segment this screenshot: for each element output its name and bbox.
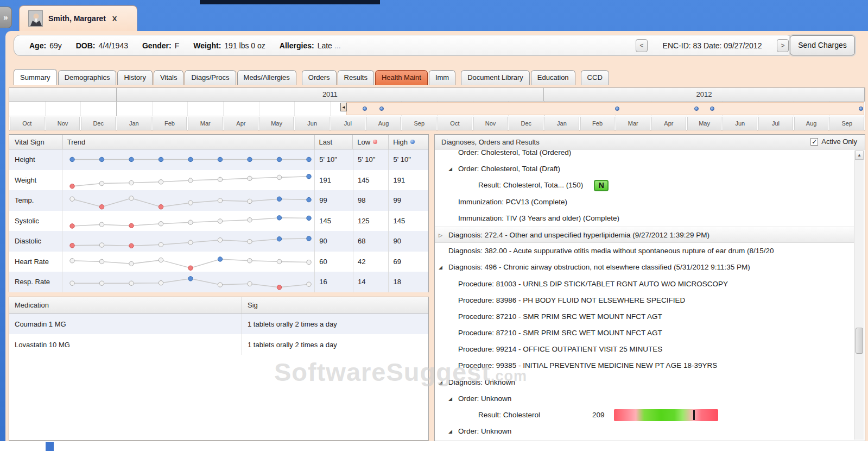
medication-row-lovastatin-10-mg[interactable]: Lovastatin 10 MG1 tablets orally 2 times… [9, 334, 428, 355]
timeline-month-8-jun[interactable]: Jun [295, 117, 330, 130]
dor-item-7[interactable]: ◢Diagnosis: 496 - Chronic airway obstruc… [435, 259, 854, 275]
age-label: Age: [29, 41, 46, 50]
dor-item-text: Immunization: TIV (3 Years and older) (C… [458, 214, 619, 222]
timeline-month-2-dec[interactable]: Dec [81, 117, 116, 130]
close-tab-icon[interactable]: X [112, 15, 117, 23]
timeline-month-21-jul[interactable]: Jul [758, 117, 793, 130]
timeline-encounter-dot[interactable] [710, 107, 714, 111]
vital-row-resp-rate[interactable]: Resp. Rate161418 [9, 272, 428, 292]
tab-meds-allergies[interactable]: Meds/Allergies [237, 70, 296, 85]
timeline-gridline [187, 102, 188, 116]
dor-item-0[interactable]: Order: Cholesterol, Total (Ordered) [435, 149, 854, 161]
timeline-month-22-aug[interactable]: Aug [794, 117, 829, 130]
timeline-month-14-dec[interactable]: Dec [509, 117, 543, 130]
dor-item-9[interactable]: Procedure: 83986 - PH BODY FLUID NOT ELS… [435, 292, 854, 309]
dor-item-10[interactable]: Procedure: 87210 - SMR PRIM SRC WET MOUN… [435, 309, 854, 325]
tab-summary[interactable]: Summary [14, 69, 57, 85]
timeline-month-10-aug[interactable]: Aug [366, 117, 401, 130]
dor-item-8[interactable]: Procedure: 81003 - URNLS DIP STICK/TABLE… [435, 276, 854, 292]
tab-health-maint[interactable]: Health Maint [375, 70, 428, 85]
dor-item-11[interactable]: Procedure: 87210 - SMR PRIM SRC WET MOUN… [435, 325, 854, 341]
timeline-month-6-apr[interactable]: Apr [224, 117, 258, 130]
active-only-checkbox[interactable]: ✓ [810, 138, 818, 146]
vital-last-value: 5' 10" [315, 149, 353, 170]
dor-item-16[interactable]: Result: Cholesterol209 [435, 407, 854, 423]
timeline-encounter-dot[interactable] [615, 107, 619, 111]
dor-item-6[interactable]: Diagnosis: 382.00 - Acute suppurative ot… [435, 243, 854, 259]
dor-item-17[interactable]: ◢Order: Unknown [435, 423, 854, 440]
timeline-month-4-feb[interactable]: Feb [153, 117, 187, 130]
timeline-encounter-dot[interactable] [859, 107, 863, 111]
dor-item-4[interactable]: Immunization: TIV (3 Years and older) (C… [435, 210, 854, 227]
timeline-month-13-nov[interactable]: Nov [473, 117, 508, 130]
tab-document-library[interactable]: Document Library [461, 70, 530, 85]
timeline-track[interactable]: ◄ [9, 102, 865, 116]
dor-title: Diagnoses, Orders and Results [441, 138, 540, 146]
tab-results[interactable]: Results [338, 70, 374, 85]
scrollbar-up-icon[interactable]: ▲ [855, 151, 864, 160]
timeline-month-18-apr[interactable]: Apr [651, 117, 686, 130]
timeline-encounter-dot[interactable] [363, 107, 367, 111]
age-value: 69y [49, 41, 62, 50]
tab-demographics[interactable]: Demographics [58, 70, 117, 85]
dor-item-12[interactable]: Procedure: 99214 - OFFICE OUTPATIENT VIS… [435, 341, 854, 358]
vital-row-weight[interactable]: Weight191145191 [9, 170, 428, 191]
timeline-selection-handle-icon[interactable]: ◄ [340, 103, 347, 111]
tab-vitals[interactable]: Vitals [154, 70, 184, 85]
expand-icon[interactable]: ▷ [439, 227, 442, 243]
vital-row-temp[interactable]: Temp.999899 [9, 190, 428, 211]
timeline-month-23-sep[interactable]: Sep [829, 117, 864, 130]
timeline-month-17-mar[interactable]: Mar [616, 117, 650, 130]
collapse-icon[interactable]: ◢ [439, 259, 442, 275]
medication-row-coumadin-1-mg[interactable]: Coumadin 1 MG1 tablets orally 2 times a … [9, 314, 428, 334]
vital-row-height[interactable]: Height5' 10"5' 10"5' 10" [9, 149, 428, 170]
collapse-icon[interactable]: ◢ [448, 161, 452, 177]
timeline-selection-range[interactable] [346, 102, 864, 115]
result-normal-badge: N [594, 180, 609, 191]
patient-tab[interactable]: Smith, Margaret X [19, 5, 137, 31]
tab-imm[interactable]: Imm [429, 70, 455, 85]
scrollbar-thumb[interactable] [856, 328, 863, 354]
timeline-month-11-sep[interactable]: Sep [402, 117, 436, 130]
watermark-text: SoftwareSuggest [274, 358, 491, 386]
vital-row-diastolic[interactable]: Diastolic906890 [9, 231, 428, 252]
dor-item-2[interactable]: Result: Cholesterol, Tota... (150)N [435, 177, 854, 193]
active-only-filter[interactable]: ✓ Active Only [810, 137, 857, 146]
collapse-icon[interactable]: ◢ [448, 391, 452, 407]
weight-value: 191 lbs 0 oz [224, 41, 265, 50]
vital-row-heart-rate[interactable]: Heart Rate604269 [9, 252, 428, 272]
allergies-more-link[interactable]: ... [334, 41, 341, 50]
dor-scrollbar[interactable]: ▲ [854, 151, 864, 440]
timeline-month-12-oct[interactable]: Oct [438, 117, 472, 130]
sidebar-collapse-button[interactable]: » [0, 7, 12, 28]
dor-item-1[interactable]: ◢Order: Cholesterol, Total (Draft) [435, 161, 854, 177]
timeline-month-0-oct[interactable]: Oct [10, 117, 45, 130]
send-charges-button[interactable]: Send Charges [790, 35, 855, 55]
timeline-month-20-jun[interactable]: Jun [723, 117, 757, 130]
timeline-month-3-jan[interactable]: Jan [117, 117, 151, 130]
timeline-month-19-may[interactable]: May [687, 117, 722, 130]
dor-item-5[interactable]: ▷Diagnosis: 272.4 - Other and unspecifie… [435, 227, 854, 243]
timeline-month-15-jan[interactable]: Jan [544, 117, 579, 130]
dor-item-15[interactable]: ◢Order: Unknown [435, 391, 854, 407]
watermark: SoftwareSuggest.com [274, 357, 527, 387]
vital-trend-sparkline [62, 252, 315, 272]
collapse-icon[interactable]: ◢ [448, 423, 452, 440]
tab-history[interactable]: History [117, 70, 152, 85]
prev-encounter-button[interactable]: < [636, 39, 648, 52]
vital-row-systolic[interactable]: Systolic145125145 [9, 211, 428, 231]
timeline-month-7-may[interactable]: May [259, 117, 294, 130]
tab-diags-procs[interactable]: Diags/Procs [185, 70, 236, 85]
dor-item-3[interactable]: Immunization: PCV13 (Complete) [435, 194, 854, 210]
vital-name: Diastolic [9, 231, 62, 252]
tab-orders[interactable]: Orders [302, 70, 337, 85]
timeline-month-9-jul[interactable]: Jul [331, 117, 365, 130]
tab-education[interactable]: Education [531, 70, 575, 85]
timeline-month-1-nov[interactable]: Nov [46, 117, 80, 130]
timeline-month-16-feb[interactable]: Feb [580, 117, 615, 130]
next-encounter-button[interactable]: > [777, 39, 789, 52]
patient-info-bar: Age: 69y DOB: 4/4/1943 Gender: F Weight:… [14, 35, 794, 56]
tab-ccd[interactable]: CCD [581, 70, 609, 85]
timeline-month-5-mar[interactable]: Mar [188, 117, 223, 130]
dor-list-inner: Order: Cholesterol, Total (Ordered)◢Orde… [435, 149, 854, 440]
